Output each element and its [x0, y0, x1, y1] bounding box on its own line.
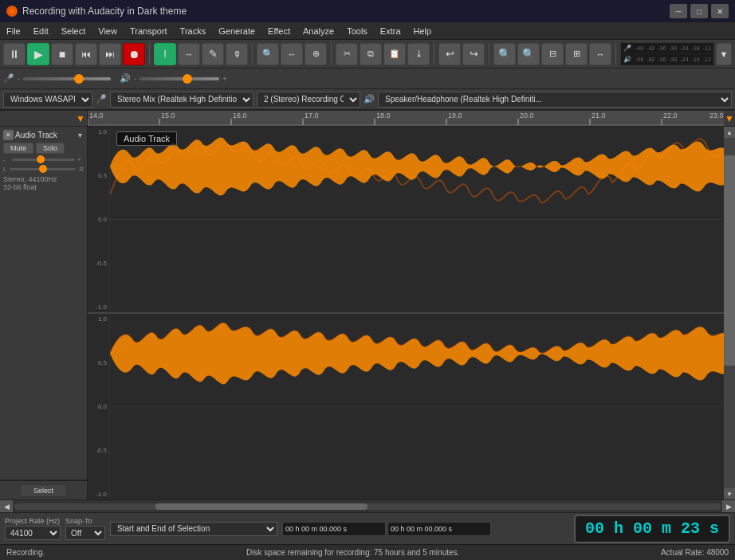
- zoom-sel2-button[interactable]: ⊞: [565, 43, 588, 65]
- zoom-out2-button[interactable]: 🔍: [517, 43, 540, 65]
- minus-vol: -: [3, 156, 10, 163]
- selection-type-select[interactable]: Start and End of Selection: [110, 522, 277, 536]
- envelope-tool-button[interactable]: ↔: [178, 43, 200, 65]
- paste-button[interactable]: 📋: [383, 43, 406, 65]
- pan-slider[interactable]: [10, 168, 76, 170]
- project-rate-section: Project Rate (Hz) 44100: [5, 517, 61, 540]
- channels-select[interactable]: 2 (Stereo) Recording Chann...: [257, 92, 360, 108]
- time-start-input[interactable]: [282, 522, 386, 536]
- y-label-0.0-top: 0.0: [98, 216, 107, 223]
- speaker-device-icon: 🔊: [364, 94, 375, 104]
- output-device-select[interactable]: Speaker/Headphone (Realtek High Definiti…: [378, 92, 732, 108]
- multi-tool-button[interactable]: ⊕: [305, 43, 327, 65]
- wasapi-select[interactable]: Windows WASAPI: [3, 92, 92, 108]
- time-end-input[interactable]: [387, 522, 491, 536]
- input-slider-thumb[interactable]: [74, 74, 84, 84]
- menu-file[interactable]: File: [0, 22, 27, 39]
- close-button[interactable]: ✕: [711, 4, 729, 18]
- waveform-canvas-top[interactable]: Audio Track: [110, 127, 724, 312]
- track-close-button[interactable]: ✕: [3, 130, 14, 140]
- mute-button[interactable]: Mute: [3, 143, 33, 154]
- menu-extra[interactable]: Extra: [374, 22, 407, 39]
- play-button[interactable]: ▶: [27, 43, 49, 65]
- project-rate-select[interactable]: 44100: [5, 526, 61, 540]
- zoom-fit-button[interactable]: ↔: [281, 43, 303, 65]
- vertical-scrollbar[interactable]: ▲ ▼: [724, 127, 735, 499]
- project-rate-label: Project Rate (Hz): [5, 517, 60, 525]
- snap-to-select[interactable]: Off: [65, 526, 105, 540]
- vscroll-thumb[interactable]: [724, 155, 735, 366]
- menu-tracks[interactable]: Tracks: [174, 22, 213, 39]
- mic-button[interactable]: 🎙: [226, 43, 248, 65]
- menu-help[interactable]: Help: [407, 22, 438, 39]
- l-label: L: [3, 166, 6, 173]
- window-controls: ─ □ ✕: [670, 4, 729, 18]
- track-meta: Stereo, 44100Hz 32-bit float: [3, 175, 84, 191]
- menu-generate[interactable]: Generate: [212, 22, 261, 39]
- skip-start-button[interactable]: ⏮: [75, 43, 97, 65]
- menu-effect[interactable]: Effect: [261, 22, 297, 39]
- zoom-fit2-button[interactable]: ⊟: [541, 43, 564, 65]
- menu-tools[interactable]: Tools: [340, 22, 374, 39]
- menu-transport[interactable]: Transport: [124, 22, 174, 39]
- mic-icon: 🎤: [3, 73, 14, 84]
- waveform-canvas-bottom[interactable]: [110, 314, 724, 499]
- maximize-button[interactable]: □: [690, 4, 708, 18]
- select-button[interactable]: Select: [20, 484, 67, 497]
- minus-label: -: [18, 75, 20, 83]
- hscroll-left-button[interactable]: ◀: [0, 500, 13, 513]
- menu-bar: File Edit Select View Transport Tracks G…: [0, 22, 735, 40]
- menu-edit[interactable]: Edit: [27, 22, 55, 39]
- menu-select[interactable]: Select: [55, 22, 92, 39]
- plus-label2: +: [222, 75, 226, 83]
- trim-button[interactable]: ⤓: [407, 43, 430, 65]
- pause-button[interactable]: ⏸: [3, 43, 26, 65]
- horizontal-scrollbar[interactable]: ◀ ▶: [0, 499, 735, 512]
- input-device-select[interactable]: Stereo Mix (Realtek High Definition Audi…: [110, 92, 254, 108]
- minimize-button[interactable]: ─: [670, 4, 687, 18]
- pan-thumb[interactable]: [39, 165, 47, 173]
- output-slider[interactable]: [140, 77, 219, 80]
- record-button[interactable]: ⏺: [123, 43, 145, 65]
- waveform-svg-top: [110, 127, 724, 312]
- app-icon: [6, 6, 18, 17]
- zoom-in2-button[interactable]: 🔍: [493, 43, 516, 65]
- output-slider-thumb[interactable]: [183, 74, 192, 84]
- waveform-label-top: Audio Track: [116, 131, 177, 146]
- draw-tool-button[interactable]: ✎: [202, 43, 224, 65]
- skip-end-button[interactable]: ⏭: [99, 43, 121, 65]
- timeline-ruler[interactable]: 14.0 15.0 16.0 17.0 18.0 19.0 20.0 21.0: [88, 111, 724, 126]
- track-dropdown-button[interactable]: ▼: [77, 131, 84, 139]
- hscroll-thumb[interactable]: [155, 503, 368, 510]
- cut-button[interactable]: ✂: [336, 43, 358, 65]
- volume-thumb[interactable]: [37, 155, 45, 163]
- hscroll-right-button[interactable]: ▶: [722, 500, 735, 513]
- vscroll-track[interactable]: [724, 138, 735, 488]
- stop-button[interactable]: ■: [51, 43, 73, 65]
- speaker-icon: 🔊: [120, 73, 131, 84]
- y-label-0.5-bot: 0.5: [98, 359, 107, 366]
- select-tool-button[interactable]: I: [154, 43, 176, 65]
- ruler-triangle-left[interactable]: ▼: [76, 113, 85, 124]
- svg-text:23.0: 23.0: [709, 112, 724, 119]
- toolbar-separator-3: [331, 43, 332, 65]
- mic-device-icon: 🎤: [96, 94, 107, 104]
- zoom-tog-button[interactable]: ↔: [589, 43, 611, 65]
- undo-button[interactable]: ↩: [438, 43, 461, 65]
- hscroll-track[interactable]: [14, 503, 721, 510]
- redo-button[interactable]: ↪: [462, 43, 485, 65]
- rec-meter-button[interactable]: ▼: [716, 43, 732, 65]
- input-slider[interactable]: [23, 77, 103, 80]
- zoom-in-button[interactable]: 🔍: [257, 43, 279, 65]
- menu-analyze[interactable]: Analyze: [297, 22, 340, 39]
- track-meta-line2: 32-bit float: [3, 183, 84, 191]
- ruler-triangle-right[interactable]: ▼: [725, 113, 734, 124]
- toolbar-separator-5: [489, 43, 489, 65]
- toolbar-separator-1: [149, 43, 150, 65]
- solo-button[interactable]: Solo: [36, 143, 65, 154]
- menu-view[interactable]: View: [92, 22, 124, 39]
- vscroll-up-button[interactable]: ▲: [724, 127, 735, 138]
- volume-slider[interactable]: [12, 159, 75, 161]
- copy-button[interactable]: ⧉: [360, 43, 382, 65]
- vscroll-down-button[interactable]: ▼: [724, 488, 735, 499]
